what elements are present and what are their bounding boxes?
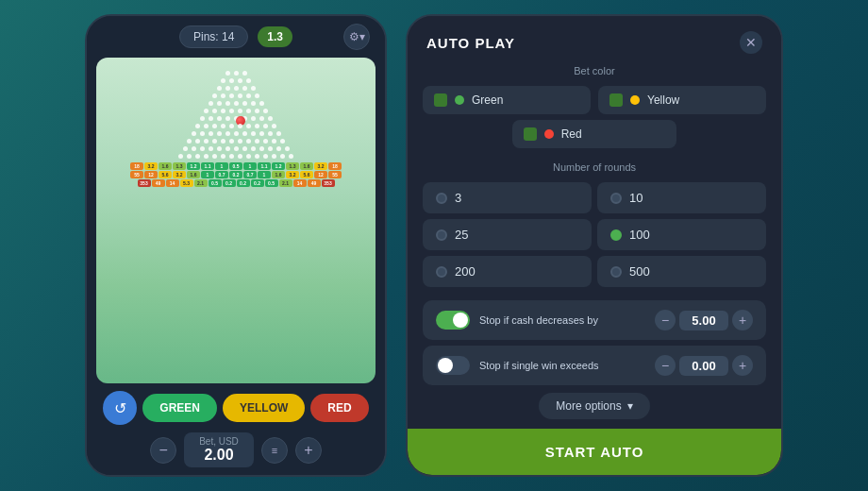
pin-row xyxy=(221,78,251,83)
round-option[interactable]: 200 xyxy=(423,256,592,287)
pin xyxy=(187,154,192,159)
round-option[interactable]: 3 xyxy=(423,182,592,213)
mult-cell: 1.3 xyxy=(173,162,186,170)
bet-controls: ↺ GREEN YELLOW RED − Bet, USD 2.00 ≡ + xyxy=(87,383,385,475)
bet-amount: 2.00 xyxy=(199,447,239,464)
pin xyxy=(268,131,273,136)
green-dot xyxy=(455,95,464,105)
stop-toggle-0[interactable] xyxy=(436,311,470,330)
mult-cell: 5.3 xyxy=(180,179,193,187)
rounds-section: Number of rounds 31025100200500 xyxy=(423,161,766,287)
mult-cell: 0.5 xyxy=(229,162,242,170)
bet-decrease-button[interactable]: − xyxy=(150,437,176,464)
mult-cell: 0.2 xyxy=(229,171,242,178)
refresh-button[interactable]: ↺ xyxy=(103,391,137,425)
mult-cell: 0.2 xyxy=(251,179,264,187)
multiplier-badge: 1.3 xyxy=(258,26,292,47)
pin xyxy=(200,131,205,136)
pin xyxy=(242,71,247,76)
pin xyxy=(221,93,225,98)
round-option[interactable]: 25 xyxy=(423,219,592,250)
pin xyxy=(229,139,234,144)
pin-row xyxy=(212,93,259,98)
stop-decrease-0[interactable]: − xyxy=(655,310,676,330)
round-option[interactable]: 100 xyxy=(597,219,766,250)
stack-icon[interactable]: ≡ xyxy=(261,437,288,464)
mult-cell: 3.2 xyxy=(314,162,327,170)
rounds-title: Number of rounds xyxy=(423,161,766,173)
mult-cell: 1.6 xyxy=(187,171,200,178)
pin xyxy=(246,78,251,83)
mult-cell: 0.2 xyxy=(223,179,236,187)
stop-section: Stop if cash decreases by−+Stop if singl… xyxy=(423,300,766,385)
pin xyxy=(259,131,264,136)
pin xyxy=(263,139,268,144)
pin xyxy=(217,101,222,106)
color-option-yellow[interactable]: Yellow xyxy=(598,86,766,114)
pin xyxy=(234,131,239,136)
mult-cell: 1.6 xyxy=(159,162,172,170)
mult-row: 183.21.61.31.21.110.511.11.21.31.63.218 xyxy=(101,162,371,170)
pin xyxy=(246,139,251,144)
pin xyxy=(225,116,230,121)
start-auto-button[interactable]: START AUTO xyxy=(408,429,781,475)
red-label: Red xyxy=(561,127,582,141)
yellow-checkbox[interactable] xyxy=(609,93,623,107)
more-options-button[interactable]: More options ▾ xyxy=(539,393,649,419)
pin xyxy=(229,124,234,128)
close-button[interactable]: ✕ xyxy=(740,31,762,54)
round-radio xyxy=(436,193,447,204)
yellow-button[interactable]: YELLOW xyxy=(223,394,305,422)
bet-color-title: Bet color xyxy=(423,65,766,76)
pin xyxy=(280,139,285,144)
modal-title: AUTO PLAY xyxy=(426,35,515,51)
mult-cell: 55 xyxy=(328,171,342,178)
red-button[interactable]: RED xyxy=(310,394,368,422)
yellow-label: Yellow xyxy=(647,93,679,107)
pin xyxy=(209,101,213,106)
mult-row: 35349145.32.10.50.20.20.20.52.11449353 xyxy=(101,179,371,187)
stop-value-input-1[interactable] xyxy=(679,356,728,376)
color-option-red[interactable]: Red xyxy=(512,120,677,148)
stop-increase-1[interactable]: + xyxy=(732,355,753,376)
multiplier-rows: 183.21.61.31.21.110.511.11.21.31.63.2185… xyxy=(101,162,371,188)
stop-row-1: Stop if single win exceeds−+ xyxy=(423,346,766,385)
mult-cell: 18 xyxy=(328,162,342,170)
pin xyxy=(234,101,239,106)
round-option[interactable]: 10 xyxy=(597,182,766,213)
pin xyxy=(212,139,217,144)
mult-cell: 0.7 xyxy=(215,171,228,178)
pin xyxy=(229,78,234,83)
pin xyxy=(238,154,242,159)
stop-value-input-0[interactable] xyxy=(679,311,728,330)
left-phone: Pins: 14 1.3 ⚙▾ 183.21.61.31.21.110.511.… xyxy=(85,14,387,477)
pin xyxy=(217,131,222,136)
plinko-board xyxy=(101,67,371,159)
pin xyxy=(276,131,281,136)
round-option[interactable]: 500 xyxy=(597,256,766,287)
round-radio xyxy=(610,193,622,204)
pin xyxy=(268,116,273,121)
color-option-green[interactable]: Green xyxy=(423,86,591,114)
green-button[interactable]: GREEN xyxy=(142,394,217,422)
pin xyxy=(212,154,217,159)
bet-value-box: Bet, USD 2.00 xyxy=(184,432,254,467)
stop-value-controls-1: −+ xyxy=(655,355,753,376)
pin-row xyxy=(178,154,293,159)
color-grid-row-1: Green Yellow xyxy=(423,86,766,114)
green-checkbox[interactable] xyxy=(434,93,447,107)
pin xyxy=(192,131,196,136)
bet-increase-button[interactable]: + xyxy=(295,437,322,464)
settings-button[interactable]: ⚙▾ xyxy=(343,24,370,50)
pin xyxy=(229,93,234,98)
red-checkbox[interactable] xyxy=(524,127,537,141)
round-radio xyxy=(610,229,622,241)
stop-increase-0[interactable]: + xyxy=(732,310,753,330)
pin xyxy=(221,109,225,113)
stop-toggle-1[interactable] xyxy=(436,356,470,375)
pin xyxy=(272,154,276,159)
mult-cell: 1.6 xyxy=(272,171,285,178)
pin xyxy=(234,71,239,76)
mult-cell: 0.2 xyxy=(237,179,250,187)
stop-decrease-1[interactable]: − xyxy=(655,355,676,376)
